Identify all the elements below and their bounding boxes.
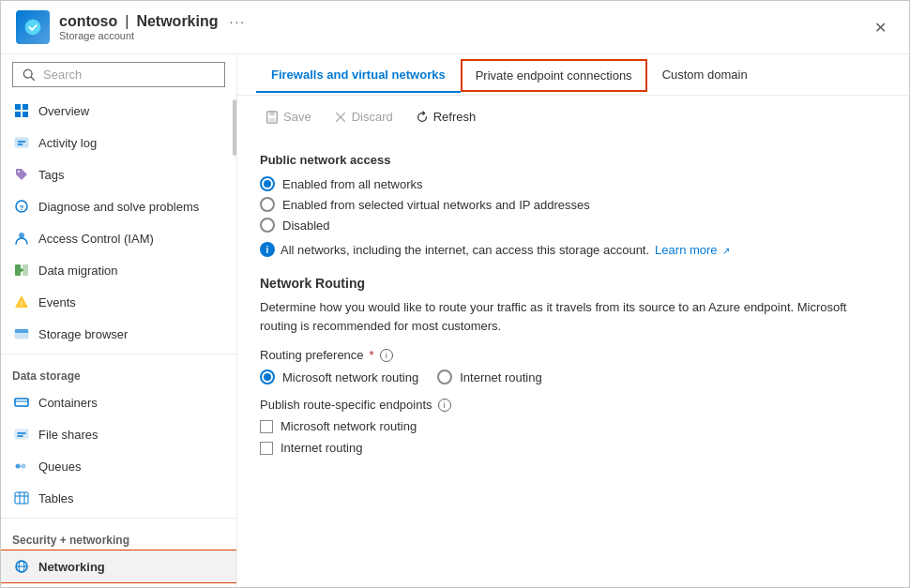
routing-preference-label-row: Routing preference * i xyxy=(260,348,887,362)
tabs-bar: Firewalls and virtual networks Private e… xyxy=(237,54,909,96)
radio-circle-all xyxy=(260,176,275,191)
sidebar-item-tags[interactable]: Tags xyxy=(1,158,236,190)
radio-microsoft-routing[interactable]: Microsoft network routing xyxy=(260,369,418,384)
sidebar-label-overview: Overview xyxy=(38,104,89,118)
radio-label-internet: Internet routing xyxy=(460,370,541,384)
svg-rect-3 xyxy=(15,104,21,110)
title-separator: | xyxy=(125,13,129,30)
save-button[interactable]: Save xyxy=(256,105,321,128)
info-text: All networks, including the internet, ca… xyxy=(281,243,649,257)
scroll-indicator xyxy=(233,95,236,587)
sidebar-label-tags: Tags xyxy=(38,168,64,182)
info-line: i All networks, including the internet, … xyxy=(260,242,887,257)
svg-rect-6 xyxy=(23,112,28,117)
content-area: Firewalls and virtual networks Private e… xyxy=(237,54,909,587)
app-icon xyxy=(16,10,50,44)
svg-rect-4 xyxy=(23,104,28,110)
search-box[interactable] xyxy=(12,62,225,87)
public-network-title: Public network access xyxy=(260,153,887,167)
tab-private-endpoint[interactable]: Private endpoint connections xyxy=(461,59,647,92)
sidebar-label-queues: Queues xyxy=(38,460,82,474)
sidebar-item-tables[interactable]: Tables xyxy=(1,482,236,514)
radio-label-selected: Enabled from selected virtual networks a… xyxy=(282,198,590,212)
radio-disabled[interactable]: Disabled xyxy=(260,218,887,233)
info-icon: i xyxy=(260,242,275,257)
sidebar-item-activity-log[interactable]: Activity log xyxy=(1,127,236,158)
activity-icon xyxy=(12,133,31,152)
sidebar-item-storage-browser[interactable]: Storage browser xyxy=(1,318,236,350)
radio-label-disabled: Disabled xyxy=(282,219,330,233)
sidebar: Overview Activity log xyxy=(1,54,237,587)
radio-internet-routing[interactable]: Internet routing xyxy=(437,369,541,384)
divider-2 xyxy=(1,518,236,519)
svg-text:!: ! xyxy=(21,300,23,307)
svg-rect-15 xyxy=(23,264,28,276)
sidebar-label-containers: Containers xyxy=(38,396,98,410)
close-button[interactable]: ✕ xyxy=(867,15,894,40)
sidebar-label-diagnose: Diagnose and solve problems xyxy=(38,200,199,214)
checkbox-internet[interactable]: Internet routing xyxy=(260,441,887,455)
app-window: contoso | Networking ··· Storage account… xyxy=(0,0,910,588)
tab-custom-domain[interactable]: Custom domain xyxy=(647,58,763,93)
sidebar-label-file-shares: File shares xyxy=(38,428,99,442)
save-icon xyxy=(265,111,279,124)
content-body: Public network access Enabled from all n… xyxy=(237,138,909,587)
sidebar-item-file-shares[interactable]: File shares xyxy=(1,418,236,450)
iam-icon xyxy=(12,229,31,248)
sidebar-item-diagnose[interactable]: ? Diagnose and solve problems xyxy=(1,190,236,222)
publish-endpoints-label-row: Publish route-specific endpoints i xyxy=(260,398,887,412)
publish-checkbox-group: Microsoft network routing Internet routi… xyxy=(260,419,887,455)
radio-circle-internet xyxy=(437,369,452,384)
sidebar-item-access-control[interactable]: Access Control (IAM) xyxy=(1,222,236,254)
sidebar-scroll-area: Overview Activity log xyxy=(1,95,236,587)
checkbox-microsoft[interactable]: Microsoft network routing xyxy=(260,419,887,433)
sidebar-item-data-migration[interactable]: Data migration xyxy=(1,254,236,286)
sidebar-item-overview[interactable]: Overview xyxy=(1,95,236,127)
sidebar-item-queues[interactable]: Queues xyxy=(1,450,236,482)
sidebar-item-events[interactable]: ! Events xyxy=(1,286,236,318)
routing-info-icon[interactable]: i xyxy=(380,349,393,362)
routing-pref-label: Routing preference xyxy=(260,348,364,362)
refresh-icon xyxy=(416,111,429,124)
radio-label-microsoft: Microsoft network routing xyxy=(282,370,418,384)
checkbox-label-microsoft: Microsoft network routing xyxy=(281,419,417,433)
routing-desc: Determine how you would like to route yo… xyxy=(260,298,860,335)
networking-icon xyxy=(12,557,31,576)
search-input[interactable] xyxy=(43,68,215,82)
refresh-label: Refresh xyxy=(433,110,477,124)
publish-info-icon[interactable]: i xyxy=(438,399,451,412)
svg-point-24 xyxy=(22,464,26,469)
external-link-icon: ↗ xyxy=(722,246,730,256)
sidebar-label-activity-log: Activity log xyxy=(38,136,97,150)
svg-rect-36 xyxy=(269,117,276,121)
discard-button[interactable]: Discard xyxy=(325,105,402,128)
learn-more-link[interactable]: Learn more ↗ xyxy=(655,243,730,257)
sidebar-label-data-migration: Data migration xyxy=(38,264,118,278)
svg-point-13 xyxy=(19,233,24,238)
save-label: Save xyxy=(283,110,311,124)
toolbar: Save Discard Refresh xyxy=(237,96,909,138)
tab-firewalls[interactable]: Firewalls and virtual networks xyxy=(256,58,461,93)
network-radio-group: Enabled from all networks Enabled from s… xyxy=(260,176,887,233)
checkbox-box-microsoft xyxy=(260,420,273,433)
radio-all-networks[interactable]: Enabled from all networks xyxy=(260,176,887,191)
routing-section: Network Routing Determine how you would … xyxy=(260,276,887,455)
title-dots[interactable]: ··· xyxy=(230,14,247,29)
radio-circle-microsoft xyxy=(260,369,275,384)
svg-rect-14 xyxy=(15,264,21,276)
discard-icon xyxy=(334,111,347,124)
sidebar-item-networking[interactable]: Networking xyxy=(1,550,236,582)
svg-rect-19 xyxy=(15,329,28,333)
sidebar-item-azure-cdn[interactable]: Azure CDN xyxy=(1,582,236,587)
radio-label-all: Enabled from all networks xyxy=(282,177,423,191)
public-network-section: Public network access Enabled from all n… xyxy=(260,153,887,257)
tags-icon xyxy=(12,165,31,184)
routing-title: Network Routing xyxy=(260,276,887,291)
sidebar-item-containers[interactable]: Containers xyxy=(1,386,236,418)
scroll-thumb[interactable] xyxy=(233,99,236,156)
sidebar-label-networking: Networking xyxy=(38,560,105,574)
svg-rect-5 xyxy=(15,112,21,117)
refresh-button[interactable]: Refresh xyxy=(406,105,486,128)
svg-text:?: ? xyxy=(20,204,24,212)
radio-selected-networks[interactable]: Enabled from selected virtual networks a… xyxy=(260,197,887,212)
